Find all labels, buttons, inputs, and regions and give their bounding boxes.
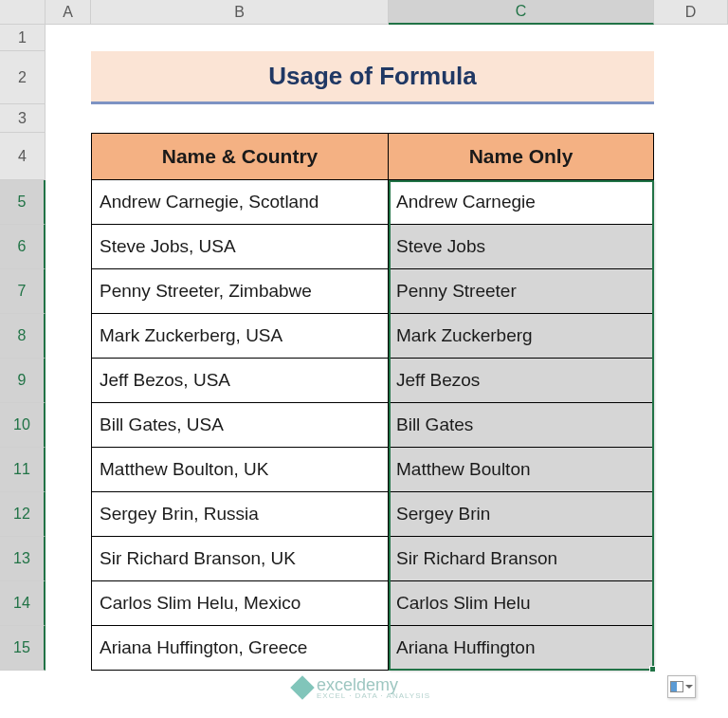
cell-B15[interactable]: Ariana Huffington, Greece (91, 626, 389, 671)
cell-B9[interactable]: Jeff Bezos, USA (91, 359, 389, 403)
row-header-15[interactable]: 15 (0, 626, 46, 671)
cell-B10[interactable]: Bill Gates, USA (91, 403, 389, 448)
row-header-12[interactable]: 12 (0, 492, 46, 537)
cell-B12[interactable]: Sergey Brin, Russia (91, 492, 389, 537)
row-header-5[interactable]: 5 (0, 180, 46, 225)
title-cell[interactable]: Usage of Formula (91, 51, 654, 104)
column-headers-row: A B C D (0, 0, 728, 25)
watermark: exceldemy EXCEL · DATA · ANALYSIS (294, 675, 430, 700)
header-name-only[interactable]: Name Only (389, 133, 654, 180)
cell-B13[interactable]: Sir Richard Branson, UK (91, 537, 389, 581)
cell-B5[interactable]: Andrew Carnegie, Scotland (91, 180, 389, 225)
chevron-down-icon (685, 685, 693, 689)
row-header-1[interactable]: 1 (0, 25, 46, 51)
cell-B8[interactable]: Mark Zuckerberg, USA (91, 314, 389, 359)
column-header-D[interactable]: D (654, 0, 728, 25)
cell-C11[interactable]: Matthew Boulton (389, 448, 654, 492)
row-header-13[interactable]: 13 (0, 537, 46, 581)
select-all-corner[interactable] (0, 0, 46, 25)
cell-C12[interactable]: Sergey Brin (389, 492, 654, 537)
header-name-country[interactable]: Name & Country (91, 133, 389, 180)
cell-B6[interactable]: Steve Jobs, USA (91, 225, 389, 269)
row-headers-column: 1 2 3 4 5 6 7 8 9 10 11 12 13 14 15 (0, 25, 46, 671)
column-header-A[interactable]: A (46, 0, 91, 25)
row-header-9[interactable]: 9 (0, 359, 46, 403)
spreadsheet: A B C D 1 2 3 4 5 6 7 8 9 10 11 12 13 14… (0, 0, 728, 718)
row-header-14[interactable]: 14 (0, 581, 46, 626)
row-header-4[interactable]: 4 (0, 133, 46, 180)
cell-C7[interactable]: Penny Streeter (389, 269, 654, 314)
row-header-7[interactable]: 7 (0, 269, 46, 314)
cell-C8[interactable]: Mark Zuckerberg (389, 314, 654, 359)
cell-C15[interactable]: Ariana Huffington (389, 626, 654, 671)
column-header-C[interactable]: C (389, 0, 654, 25)
row-header-2[interactable]: 2 (0, 51, 46, 104)
row-header-8[interactable]: 8 (0, 314, 46, 359)
row-header-3[interactable]: 3 (0, 104, 46, 133)
autofill-icon (670, 681, 683, 692)
watermark-subtext: EXCEL · DATA · ANALYSIS (317, 691, 430, 700)
cell-C5[interactable]: Andrew Carnegie (389, 180, 654, 225)
cell-B14[interactable]: Carlos Slim Helu, Mexico (91, 581, 389, 626)
cell-B7[interactable]: Penny Streeter, Zimbabwe (91, 269, 389, 314)
cell-C14[interactable]: Carlos Slim Helu (389, 581, 654, 626)
row-header-6[interactable]: 6 (0, 225, 46, 269)
row-header-11[interactable]: 11 (0, 448, 46, 492)
cell-C10[interactable]: Bill Gates (389, 403, 654, 448)
watermark-logo-icon (290, 675, 314, 699)
cell-C13[interactable]: Sir Richard Branson (389, 537, 654, 581)
cell-C6[interactable]: Steve Jobs (389, 225, 654, 269)
column-header-B[interactable]: B (91, 0, 389, 25)
row-header-10[interactable]: 10 (0, 403, 46, 448)
autofill-options-button[interactable] (667, 675, 696, 698)
cell-B11[interactable]: Matthew Boulton, UK (91, 448, 389, 492)
cell-C9[interactable]: Jeff Bezos (389, 359, 654, 403)
